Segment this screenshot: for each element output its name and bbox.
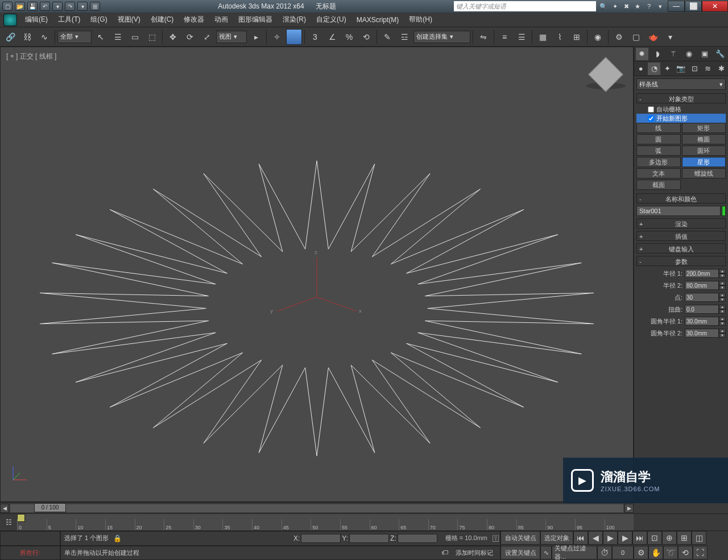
- bind-icon[interactable]: ∿: [36, 29, 52, 45]
- qat-dropdown2-icon[interactable]: ▾: [77, 2, 88, 11]
- shape-text-button[interactable]: 文本: [636, 168, 681, 179]
- tab-create-icon[interactable]: ✹: [636, 48, 648, 60]
- subtab-cameras-icon[interactable]: 📷: [675, 63, 687, 75]
- rollout-name-color[interactable]: -名称和颜色: [636, 193, 726, 204]
- frame-spinner[interactable]: 0: [612, 546, 634, 559]
- save-icon[interactable]: 💾: [27, 2, 38, 11]
- prev-frame-icon[interactable]: ◀: [588, 531, 603, 545]
- app-menu-icon[interactable]: [3, 14, 17, 26]
- rollout-interpolation[interactable]: +插值: [636, 231, 726, 241]
- align-icon[interactable]: ≡: [497, 29, 512, 45]
- rollout-object-type[interactable]: -对象类型: [636, 93, 726, 103]
- menu-modifiers[interactable]: 修改器: [179, 14, 209, 26]
- scale-icon[interactable]: ⤢: [199, 29, 215, 45]
- fillet1-arrows[interactable]: ▲▼: [719, 317, 726, 326]
- comm-icon[interactable]: ✦: [610, 2, 620, 11]
- shape-arc-button[interactable]: 弧: [636, 146, 681, 156]
- shape-circle-button[interactable]: 圆: [636, 134, 681, 144]
- play-icon[interactable]: ▶: [603, 531, 618, 545]
- subtab-lights-icon[interactable]: ✦: [661, 63, 674, 75]
- material-icon[interactable]: ◉: [590, 29, 606, 45]
- y-input[interactable]: [349, 534, 389, 543]
- rollout-render[interactable]: +渲染: [636, 218, 726, 229]
- help-icon[interactable]: ?: [644, 2, 654, 11]
- goto-start-icon[interactable]: ⏮: [573, 531, 588, 545]
- next-frame-icon[interactable]: ▶: [618, 531, 632, 545]
- render-last-icon[interactable]: ▾: [662, 29, 678, 45]
- radius2-arrows[interactable]: ▲▼: [719, 281, 726, 290]
- selected-obj-dropdown[interactable]: 选定对象: [540, 531, 573, 545]
- subtab-helpers-icon[interactable]: ⊡: [688, 63, 701, 75]
- radius1-spinner[interactable]: 200.0mm: [685, 269, 719, 278]
- lock-icon[interactable]: 🔒: [112, 533, 122, 544]
- help-arrow-icon[interactable]: ▾: [655, 2, 665, 11]
- select-window-icon[interactable]: ⬚: [144, 29, 160, 45]
- nav-walk-icon[interactable]: ➰: [663, 546, 678, 559]
- menu-rendering[interactable]: 渲染(R): [278, 14, 311, 26]
- menu-views[interactable]: 视图(V): [113, 14, 145, 26]
- menu-maxscript[interactable]: MAXScript(M): [352, 15, 404, 25]
- distortion-spinner[interactable]: 0.0: [685, 305, 719, 314]
- set-key-button[interactable]: 设置关键点: [500, 546, 540, 559]
- percent-snap-icon[interactable]: %: [341, 29, 357, 45]
- tab-modify-icon[interactable]: ◗: [651, 48, 664, 60]
- search-icon[interactable]: 🔍: [598, 2, 609, 11]
- mini-listener-icon[interactable]: ☷: [0, 514, 17, 530]
- minimize-button[interactable]: —: [668, 1, 685, 12]
- named-set-edit-icon[interactable]: ✎: [379, 29, 395, 45]
- menu-edit[interactable]: 编辑(E): [20, 14, 52, 26]
- project-icon[interactable]: ⊞: [90, 2, 100, 11]
- menu-group[interactable]: 组(G): [86, 14, 111, 26]
- rotate-icon[interactable]: ⟳: [182, 29, 198, 45]
- time-track[interactable]: 0 / 100: [10, 504, 623, 512]
- auto-key-button[interactable]: 自动关键点: [500, 531, 540, 545]
- link-icon[interactable]: 🔗: [2, 29, 18, 45]
- new-icon[interactable]: ▢: [2, 2, 13, 11]
- tab-hierarchy-icon[interactable]: ⚚: [667, 48, 680, 60]
- render-frame-icon[interactable]: ▢: [628, 29, 644, 45]
- move-icon[interactable]: ✥: [165, 29, 181, 45]
- start-shape-checkbox[interactable]: 开始新图形: [636, 114, 726, 123]
- x-input[interactable]: [301, 534, 341, 543]
- subtab-shapes-icon[interactable]: ◔: [648, 63, 660, 75]
- layers-icon[interactable]: ☰: [514, 29, 530, 45]
- nav-isolate-icon[interactable]: ⊡: [647, 531, 662, 545]
- goto-end-icon[interactable]: ⏭: [632, 531, 647, 545]
- render-icon[interactable]: 🫖: [645, 29, 661, 45]
- named-selection-dropdown[interactable]: 创建选择集▾: [413, 31, 470, 43]
- menu-create[interactable]: 创建(C): [146, 14, 179, 26]
- timeline-scrollbar[interactable]: ◀ 0 / 100 ▶: [0, 502, 728, 513]
- open-icon[interactable]: 📂: [15, 2, 25, 11]
- nav-zoom-icon[interactable]: ⊕: [662, 531, 677, 545]
- shape-ellipse-button[interactable]: 椭圆: [682, 134, 726, 144]
- menu-animation[interactable]: 动画: [210, 14, 233, 26]
- pivot-icon[interactable]: ▸: [248, 29, 264, 45]
- time-slider-knob[interactable]: 0 / 100: [34, 503, 66, 512]
- select-name-icon[interactable]: ☰: [110, 29, 126, 45]
- object-color-swatch[interactable]: [722, 206, 726, 216]
- subtab-geometry-icon[interactable]: ●: [635, 63, 647, 75]
- menu-grapheditors[interactable]: 图形编辑器: [234, 14, 277, 26]
- shape-donut-button[interactable]: 圆环: [682, 146, 726, 156]
- snap-3-icon[interactable]: 3: [307, 29, 323, 45]
- manip-icon[interactable]: ✧: [269, 29, 285, 45]
- time-scroll-left-icon[interactable]: ◀: [0, 504, 9, 513]
- auto-grid-checkbox[interactable]: 自动栅格: [636, 105, 726, 114]
- nav-max-icon[interactable]: ⛶: [693, 546, 708, 559]
- select-rect-icon[interactable]: ▭: [127, 29, 143, 45]
- script-listener-box[interactable]: [0, 531, 60, 546]
- rollout-keyboard[interactable]: +键盘输入: [636, 243, 726, 254]
- redo-icon[interactable]: ↷: [65, 2, 75, 11]
- nav-pan-icon[interactable]: ✋: [648, 546, 663, 559]
- unlink-icon[interactable]: ⛓: [19, 29, 35, 45]
- subtab-systems-icon[interactable]: ✱: [715, 63, 727, 75]
- add-tag-label[interactable]: 添加时间标记: [452, 549, 497, 557]
- angle-snap-icon[interactable]: ∠: [324, 29, 340, 45]
- close-button[interactable]: ✕: [702, 1, 728, 12]
- key-icon[interactable]: ⚿: [492, 534, 500, 543]
- points-spinner[interactable]: 30: [685, 293, 719, 302]
- shape-rectangle-button[interactable]: 矩形: [682, 123, 726, 133]
- distortion-arrows[interactable]: ▲▼: [719, 305, 726, 314]
- undo-icon[interactable]: ↶: [40, 2, 50, 11]
- select-icon[interactable]: ↖: [93, 29, 109, 45]
